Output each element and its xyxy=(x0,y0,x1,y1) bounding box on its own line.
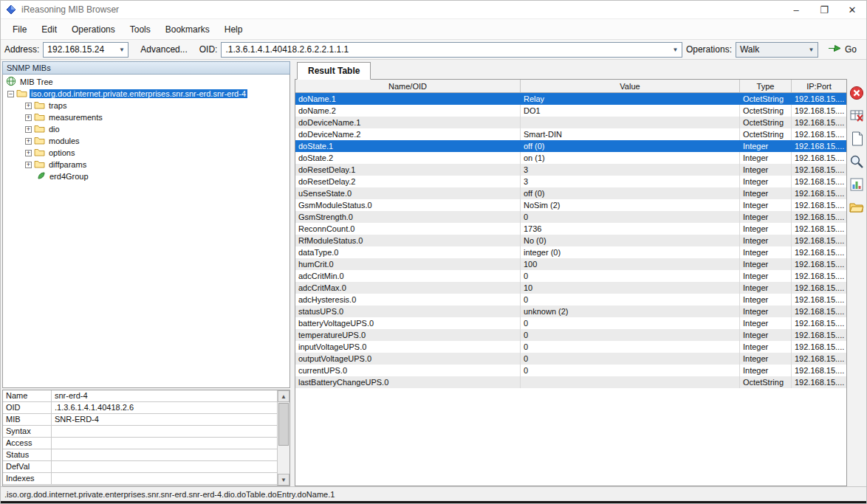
table-row[interactable]: humCrit.0 100 Integer 192.168.15.... xyxy=(295,258,846,270)
tree-node-folder[interactable]: + traps xyxy=(3,100,289,111)
advanced-button[interactable]: Advanced... xyxy=(132,41,195,58)
table-row[interactable]: GsmModuleStatus.0 NoSim (2) Integer 192.… xyxy=(295,199,846,211)
properties-scrollbar[interactable]: ▲ ▼ xyxy=(277,390,289,486)
oid-combobox[interactable]: .1.3.6.1.4.1.40418.2.6.2.2.1.1.1 ▼ xyxy=(221,42,682,58)
tree-node-label[interactable]: options xyxy=(47,148,76,157)
expand-icon[interactable]: + xyxy=(25,126,32,133)
go-label: Go xyxy=(845,44,857,55)
tree-node-snr-erd-4[interactable]: − iso.org.dod.internet.private.enterpris… xyxy=(3,88,289,100)
clear-table-button[interactable] xyxy=(849,108,865,124)
oid-value[interactable]: .1.3.6.1.4.1.40418.2.6.2.2.1.1.1 xyxy=(222,44,669,55)
table-row[interactable]: doDeviceName.1 OctetString 192.168.15...… xyxy=(295,117,846,128)
expand-icon[interactable]: + xyxy=(25,162,32,168)
scroll-up-icon[interactable]: ▲ xyxy=(278,390,289,402)
column-header-value[interactable]: Value xyxy=(521,80,740,92)
table-row[interactable]: statusUPS.0 unknown (2) Integer 192.168.… xyxy=(295,305,846,317)
tree-node-label[interactable]: MIB Tree xyxy=(18,77,55,86)
table-row[interactable]: adcHysteresis.0 0 Integer 192.168.15.... xyxy=(295,294,846,305)
table-row[interactable]: temperatureUPS.0 0 Integer 192.168.15...… xyxy=(295,329,846,341)
scroll-down-icon[interactable]: ▼ xyxy=(278,474,289,486)
collapse-icon[interactable]: − xyxy=(7,91,14,97)
scrollbar-thumb[interactable] xyxy=(278,403,289,446)
property-value: SNR-ERD-4 xyxy=(52,414,277,425)
side-tool-strip xyxy=(847,60,866,486)
table-row[interactable]: batteryVoltageUPS.0 0 Integer 192.168.15… xyxy=(295,317,846,329)
table-row[interactable]: inputVoltageUPS.0 0 Integer 192.168.15..… xyxy=(295,341,846,353)
stop-button[interactable] xyxy=(849,85,865,101)
address-combobox[interactable]: 192.168.15.24 ▼ xyxy=(43,42,128,58)
column-header-name-oid[interactable]: Name/OID xyxy=(295,80,521,92)
scrollbar-track[interactable] xyxy=(278,402,289,474)
cell-ip-port: 192.168.15.... xyxy=(792,117,846,128)
table-row[interactable]: RfModuleStatus.0 No (0) Integer 192.168.… xyxy=(295,235,846,246)
table-row[interactable]: outputVoltageUPS.0 0 Integer 192.168.15.… xyxy=(295,353,846,365)
tree-node-erd4group[interactable]: erd4Group xyxy=(3,170,289,182)
table-row[interactable]: dataType.0 integer (0) Integer 192.168.1… xyxy=(295,246,846,258)
tree-node-folder[interactable]: + modules xyxy=(3,135,289,147)
menu-item[interactable]: Tools xyxy=(123,22,158,37)
table-row[interactable]: doResetDelay.1 3 Integer 192.168.15.... xyxy=(295,164,846,176)
document-button[interactable] xyxy=(849,131,865,147)
operations-value[interactable]: Walk xyxy=(736,44,805,55)
expand-icon[interactable]: + xyxy=(25,150,32,156)
menu-item[interactable]: Bookmarks xyxy=(158,22,217,37)
chevron-down-icon[interactable]: ▼ xyxy=(805,46,818,53)
menu-item[interactable]: Edit xyxy=(34,22,64,37)
cell-value xyxy=(521,376,740,388)
table-row[interactable]: adcCritMin.0 0 Integer 192.168.15.... xyxy=(295,270,846,282)
menu-item[interactable]: File xyxy=(5,22,34,37)
table-row[interactable]: doName.1 Relay OctetString 192.168.15...… xyxy=(295,93,846,105)
address-value[interactable]: 192.168.15.24 xyxy=(44,44,115,55)
tree-node-label[interactable]: erd4Group xyxy=(48,172,90,181)
table-row[interactable]: GsmStrength.0 0 Integer 192.168.15.... xyxy=(295,211,846,223)
minimize-button[interactable]: – xyxy=(782,1,810,18)
property-row: Access xyxy=(3,438,277,449)
main-content: SNMP MIBs MIB Tree − iso.org.dod.interne… xyxy=(1,60,866,486)
operations-combobox[interactable]: Walk ▼ xyxy=(736,42,818,58)
open-folder-button[interactable] xyxy=(849,199,865,215)
go-button[interactable]: Go xyxy=(822,42,863,57)
tree-node-label[interactable]: modules xyxy=(47,137,81,145)
search-button[interactable] xyxy=(849,153,865,170)
cell-name-oid: dataType.0 xyxy=(295,246,521,258)
expand-icon[interactable]: + xyxy=(25,103,32,109)
cell-ip-port: 192.168.15.... xyxy=(792,376,846,388)
chevron-down-icon[interactable]: ▼ xyxy=(669,46,682,53)
table-row[interactable]: doState.1 off (0) Integer 192.168.15.... xyxy=(295,140,846,152)
cell-name-oid: humCrit.0 xyxy=(295,258,521,270)
table-row[interactable]: doDeviceName.2 Smart-DIN OctetString 192… xyxy=(295,128,846,140)
table-row[interactable]: uSenseState.0 off (0) Integer 192.168.15… xyxy=(295,187,846,199)
menu-item[interactable]: Operations xyxy=(64,22,123,37)
expand-icon[interactable]: + xyxy=(25,138,32,145)
menu-item[interactable]: Help xyxy=(217,22,250,37)
tree-node-folder[interactable]: + measurements xyxy=(3,111,289,123)
table-row[interactable]: doState.2 on (1) Integer 192.168.15.... xyxy=(295,152,846,164)
tree-node-mib-tree[interactable]: MIB Tree xyxy=(3,76,289,88)
cell-ip-port: 192.168.15.... xyxy=(792,164,846,176)
column-header-type[interactable]: Type xyxy=(740,80,792,92)
tree-node-label[interactable]: dio xyxy=(47,125,61,134)
tree-node-label[interactable]: traps xyxy=(47,101,68,110)
tree-node-folder[interactable]: + options xyxy=(3,147,289,159)
expand-icon[interactable]: + xyxy=(25,114,32,121)
tree-node-label-selected[interactable]: iso.org.dod.internet.private.enterprises… xyxy=(30,89,247,98)
table-row[interactable]: lastBatteryChangeUPS.0 OctetString 192.1… xyxy=(295,376,846,388)
chart-button[interactable] xyxy=(849,176,865,193)
folder-icon xyxy=(34,100,45,111)
table-row[interactable]: doResetDelay.2 3 Integer 192.168.15.... xyxy=(295,176,846,187)
cell-ip-port: 192.168.15.... xyxy=(792,211,846,223)
close-button[interactable]: ✕ xyxy=(838,1,866,18)
tree-node-folder[interactable]: + diffparams xyxy=(3,159,289,170)
maximize-button[interactable]: ❐ xyxy=(810,1,838,18)
tree-node-label[interactable]: measurements xyxy=(47,113,104,122)
chevron-down-icon[interactable]: ▼ xyxy=(115,46,128,53)
tree-node-label[interactable]: diffparams xyxy=(47,160,88,169)
tree-node-folder[interactable]: + dio xyxy=(3,123,289,135)
table-row[interactable]: ReconnCount.0 1736 Integer 192.168.15...… xyxy=(295,223,846,235)
table-row[interactable]: adcCritMax.0 10 Integer 192.168.15.... xyxy=(295,282,846,294)
tab-result-table[interactable]: Result Table xyxy=(297,62,371,80)
table-row[interactable]: currentUPS.0 0 Integer 192.168.15.... xyxy=(295,365,846,376)
column-header-ip-port[interactable]: IP:Port xyxy=(792,80,846,92)
table-row[interactable]: doName.2 DO1 OctetString 192.168.15.... xyxy=(295,105,846,117)
cell-value xyxy=(521,117,740,128)
